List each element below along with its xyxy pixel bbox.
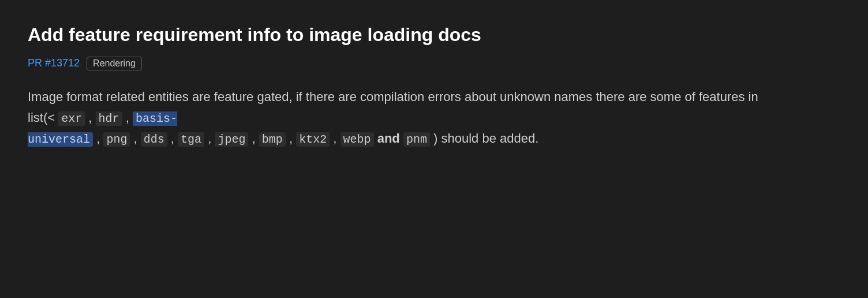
description-outro: should be added. — [437, 131, 538, 146]
and-word: and — [377, 131, 400, 146]
page-title: Add feature requirement info to image lo… — [28, 23, 840, 47]
feature-ktx2: ktx2 — [296, 132, 330, 147]
feature-pnm: pnm — [403, 132, 430, 147]
feature-exr: exr — [58, 111, 85, 126]
feature-bmp: bmp — [259, 132, 286, 147]
feature-dds: dds — [141, 132, 167, 147]
description-text: Image format related entities are featur… — [28, 87, 840, 150]
meta-row: PR #13712 Rendering — [28, 57, 840, 70]
pr-link[interactable]: PR #13712 — [28, 57, 80, 69]
feature-webp: webp — [341, 132, 374, 147]
feature-png: png — [103, 132, 130, 147]
feature-jpeg: jpeg — [215, 132, 248, 147]
label-badge: Rendering — [87, 57, 142, 70]
feature-tga: tga — [178, 132, 204, 147]
feature-hdr: hdr — [96, 111, 122, 126]
